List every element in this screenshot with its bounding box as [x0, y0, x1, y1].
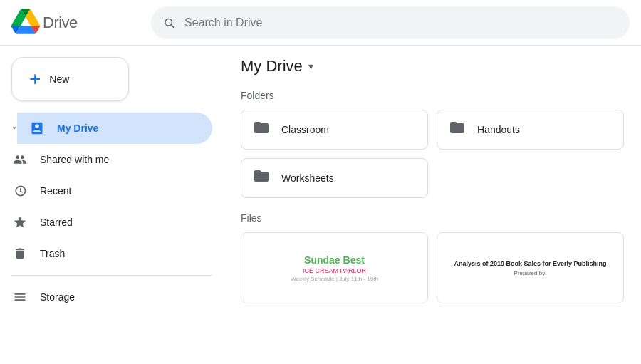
sidebar: + New My Drive Share — [0, 46, 224, 364]
files-section-label: Files — [241, 212, 624, 224]
sidebar-item-trash[interactable]: Trash — [0, 238, 212, 269]
sidebar-item-storage[interactable]: Storage — [0, 281, 212, 313]
logo-text: Drive — [43, 14, 78, 32]
folder-worksheets-label: Worksheets — [281, 172, 334, 184]
drive-title-area: My Drive ▾ — [241, 57, 624, 76]
sidebar-item-storage-label: Storage — [40, 291, 75, 303]
sidebar-item-starred-label: Starred — [40, 217, 73, 228]
sidebar-item-shared[interactable]: Shared with me — [0, 144, 212, 175]
search-bar[interactable] — [151, 6, 630, 39]
sidebar-item-recent[interactable]: Recent — [0, 175, 212, 207]
new-button[interactable]: + New — [11, 57, 129, 101]
drive-logo — [11, 7, 40, 38]
analysis-title: Analysis of 2019 Book Sales for Everly P… — [454, 260, 606, 267]
sidebar-item-my-drive-label: My Drive — [57, 123, 98, 134]
sidebar-item-starred[interactable]: Starred — [0, 207, 212, 238]
file-analysis-2019[interactable]: Analysis of 2019 Book Sales for Everly P… — [437, 232, 624, 303]
my-drive-icon — [28, 120, 46, 137]
folders-section-label: Folders — [241, 90, 624, 101]
sundae-title: Sundae Best — [304, 254, 365, 266]
logo-area: Drive — [11, 7, 140, 38]
folder-handouts-label: Handouts — [477, 124, 520, 135]
folder-classroom-icon — [253, 119, 270, 140]
sidebar-item-shared-label: Shared with me — [40, 154, 109, 165]
analysis-sub: Prepared by: — [514, 270, 547, 276]
drive-title-dropdown[interactable]: ▾ — [308, 61, 313, 72]
files-grid: Sundae Best ICE CREAM PARLOR Weekly Sche… — [241, 232, 624, 303]
starred-icon — [11, 214, 28, 231]
storage-icon — [11, 288, 28, 306]
folder-classroom[interactable]: Classroom — [241, 110, 428, 150]
file-sundae-preview: Sundae Best ICE CREAM PARLOR Weekly Sche… — [241, 233, 427, 303]
new-button-label: New — [49, 73, 69, 85]
folder-worksheets-icon — [253, 167, 270, 189]
sidebar-item-trash-label: Trash — [40, 248, 65, 259]
folder-worksheets[interactable]: Worksheets — [241, 158, 428, 198]
drive-title-text: My Drive — [241, 57, 303, 76]
sundae-detail: Weekly Schedule | July 11th - 19th — [291, 276, 378, 282]
sundae-subtitle: ICE CREAM PARLOR — [303, 267, 366, 274]
my-drive-row: My Drive — [0, 113, 224, 144]
recent-icon — [11, 182, 28, 199]
expand-arrow-icon[interactable] — [0, 118, 17, 139]
search-icon — [162, 16, 176, 30]
search-input[interactable] — [184, 16, 618, 29]
folder-classroom-label: Classroom — [281, 124, 329, 135]
file-analysis-preview: Analysis of 2019 Book Sales for Everly P… — [437, 233, 623, 303]
folders-grid: Classroom Handouts Worksheets — [241, 110, 624, 198]
sidebar-divider — [11, 275, 212, 276]
app-header: Drive — [0, 0, 641, 46]
sidebar-item-recent-label: Recent — [40, 185, 71, 197]
file-sundae-best[interactable]: Sundae Best ICE CREAM PARLOR Weekly Sche… — [241, 232, 428, 303]
folder-handouts-icon — [449, 119, 466, 140]
plus-icon: + — [29, 69, 41, 89]
shared-icon — [11, 151, 28, 168]
main-content: My Drive ▾ Folders Classroom Hando — [224, 46, 641, 364]
svg-marker-0 — [13, 127, 16, 129]
sidebar-item-my-drive[interactable]: My Drive — [17, 113, 212, 144]
app-body: + New My Drive Share — [0, 46, 641, 364]
trash-icon — [11, 245, 28, 262]
folder-handouts[interactable]: Handouts — [437, 110, 624, 150]
